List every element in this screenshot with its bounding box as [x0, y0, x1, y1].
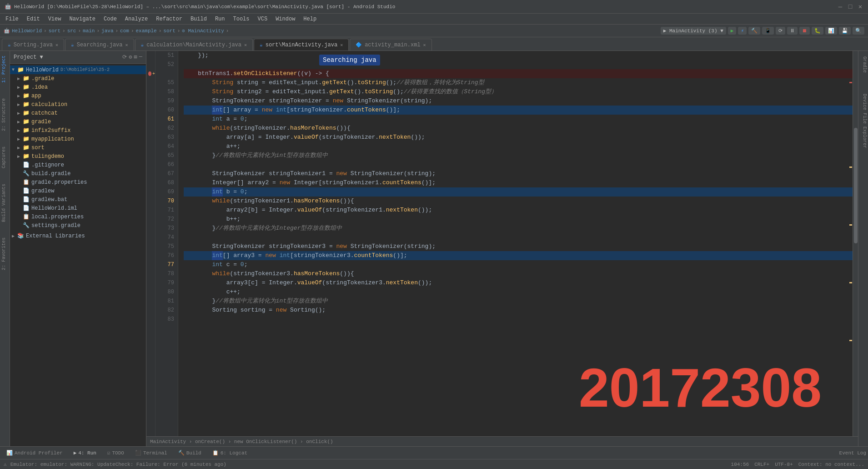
settings-icon[interactable]: ⚙	[129, 54, 132, 61]
breadcrumb-sort[interactable]: sort	[49, 28, 60, 34]
favorites-tab-btn[interactable]: 2: Favorites	[0, 235, 10, 273]
menu-view[interactable]: View	[45, 15, 65, 23]
tree-gradle2[interactable]: ▶ 📁 gradle	[10, 117, 146, 126]
tree-myapplication[interactable]: ▶ 📁 myapplication	[10, 135, 146, 143]
breadcrumb-mainactivity[interactable]: ⊙ MainActivity	[182, 28, 224, 34]
tree-calculation[interactable]: ▶ 📁 calculation	[10, 100, 146, 109]
menu-vcs[interactable]: VCS	[254, 15, 271, 23]
search-nav-button[interactable]: 🔍	[853, 27, 864, 35]
captures-tab-btn[interactable]: Captures	[0, 144, 10, 171]
close-sort-main-tab[interactable]: ✕	[340, 42, 343, 48]
tree-external-libraries[interactable]: ▶ 📚 External Libraries	[10, 232, 146, 240]
minimize-button[interactable]: —	[837, 4, 843, 10]
stop-button[interactable]: ⏹	[799, 27, 810, 35]
tab-calculation[interactable]: ☕ calculation\MainActivity.java ✕	[135, 39, 253, 50]
breadcrumb-sort2[interactable]: sort	[163, 28, 175, 34]
cursor-position[interactable]: 104:56	[731, 462, 749, 467]
debug2-button[interactable]: 🐛	[812, 27, 823, 35]
run-button[interactable]: ▶	[728, 27, 737, 35]
logcat-tab[interactable]: 📋 6: Logcat	[208, 449, 252, 457]
menu-build[interactable]: Build	[187, 15, 211, 23]
breadcrumb-example[interactable]: example	[136, 28, 157, 34]
structure-tab-btn[interactable]: 2: Structure	[0, 96, 10, 134]
tree-settings-gradle[interactable]: ▶ 🔧 settings.gradle	[10, 221, 146, 230]
tree-infix2suffix[interactable]: ▶ 📁 infix2suffix	[10, 126, 146, 135]
tree-app[interactable]: ▶ 📁 app	[10, 91, 146, 100]
build-variants-tab-btn[interactable]: Build Variants	[0, 181, 10, 225]
tab-sorting[interactable]: ☕ Sorting.java ✕	[2, 39, 64, 50]
expand-icon[interactable]: ⊞	[134, 54, 137, 61]
breadcrumb-main[interactable]: main	[83, 28, 95, 34]
tree-sort[interactable]: ▶ 📁 sort	[10, 143, 146, 152]
code-line-79: while(stringTokenizer3.hasMoreTokens()){	[184, 269, 853, 278]
build-button[interactable]: 🔨	[748, 27, 760, 35]
device-button[interactable]: 📱	[762, 27, 774, 35]
close-sorting-tab[interactable]: ✕	[55, 42, 58, 48]
tree-gradlew-bat[interactable]: ▶ 📄 gradlew.bat	[10, 195, 146, 204]
pause-button[interactable]: ⏸	[787, 27, 798, 35]
tree-gradle-properties[interactable]: ▶ 📋 gradle.properties	[10, 178, 146, 187]
tree-gitignore[interactable]: ▶ 📄 .gitignore	[10, 161, 146, 169]
tab-activity-xml[interactable]: 🔷 activity_main.xml ✕	[350, 39, 431, 50]
menu-refactor[interactable]: Refactor	[152, 15, 186, 23]
android-profiler-tab[interactable]: 📊 Android Profiler	[2, 449, 67, 457]
menu-navigate[interactable]: Navigate	[65, 15, 99, 23]
menu-code[interactable]: Code	[100, 15, 120, 23]
breadcrumb-helloworld[interactable]: HelloWorld	[12, 28, 42, 34]
charset[interactable]: UTF-8+	[775, 462, 793, 467]
maximize-button[interactable]: □	[847, 4, 853, 10]
code-line-74: }//将数组中元素转化为Integer型存放在数组中	[184, 224, 853, 233]
close-xml-tab[interactable]: ✕	[423, 42, 426, 48]
menu-help[interactable]: Help	[300, 15, 320, 23]
tree-gradlew[interactable]: ▶ 📄 gradlew	[10, 187, 146, 195]
device-file-explorer-tab-btn[interactable]: Device File Explorer	[859, 90, 868, 152]
code-lines[interactable]: }); btnTrans1.setOnClickListener((v) -> …	[178, 51, 853, 436]
profile-button[interactable]: 📊	[825, 27, 837, 35]
breadcrumb-src[interactable]: src	[67, 28, 76, 34]
tree-tulingdemo[interactable]: ▶ 📁 tulingdemo	[10, 152, 146, 161]
tab-searching[interactable]: ☕ Searching.java ✕	[65, 39, 134, 50]
tree-gradle[interactable]: ▶ 📁 .gradle	[10, 74, 146, 83]
build-tab[interactable]: 🔨 Build	[174, 449, 206, 457]
tab-sort-main[interactable]: ☕ sort\MainActivity.java ✕	[254, 39, 349, 50]
tree-catchcat[interactable]: ▶ 📁 catchcat	[10, 109, 146, 117]
todo-tab[interactable]: ☑ TODO	[103, 449, 129, 457]
menu-window[interactable]: Window	[272, 15, 299, 23]
menu-edit[interactable]: Edit	[23, 15, 44, 23]
event-log-btn[interactable]: Event Log	[839, 450, 866, 456]
menu-file[interactable]: File	[2, 15, 22, 23]
sync-button[interactable]: ⟳	[776, 27, 785, 35]
menu-analyze[interactable]: Analyze	[121, 15, 151, 23]
tree-root-helloworld[interactable]: ▼ 📁 HelloWorld D:\MobileFile\25-2	[10, 66, 146, 74]
tree-helloworld-iml[interactable]: ▶ 📄 HelloWorld.iml	[10, 204, 146, 212]
code-content[interactable]: + 51 52 55 58 59 60 61 62 63 64 65 66 67…	[146, 51, 858, 436]
breadcrumb-java[interactable]: java	[101, 28, 113, 34]
run-config-selector[interactable]: ▶ MainActivity (3) ▼	[661, 27, 726, 35]
menu-tools[interactable]: Tools	[230, 15, 253, 23]
project-panel-title: Project ▼	[14, 54, 43, 61]
close-searching-tab[interactable]: ✕	[125, 42, 128, 48]
collapse-icon[interactable]: —	[139, 54, 142, 61]
close-button[interactable]: ✕	[857, 4, 863, 10]
code-line-77: int[] array3 = new int[stringTokenizer3.…	[184, 251, 853, 260]
tree-build-gradle[interactable]: ▶ 🔧 build.gradle	[10, 169, 146, 178]
code-line-67	[184, 160, 853, 169]
close-calculation-tab[interactable]: ✕	[244, 42, 247, 48]
terminal-tab[interactable]: ⬛ Terminal	[130, 449, 172, 457]
code-line-72: array2[b] = Integer.valueOf(stringTokeni…	[184, 206, 853, 215]
run-tab[interactable]: ▶ 4: Run	[69, 449, 101, 457]
code-line-60: StringTokenizer stringTokenizer = new St…	[184, 96, 853, 106]
code-line-73: b++;	[184, 215, 853, 224]
project-tab-btn[interactable]: 1: Project	[0, 53, 10, 86]
gradle-tab-btn[interactable]: Gradle	[859, 53, 868, 76]
tree-local-properties[interactable]: ▶ 📋 local.properties	[10, 212, 146, 221]
menu-run[interactable]: Run	[211, 15, 229, 23]
tree-idea[interactable]: ▶ 📁 .idea	[10, 83, 146, 91]
line-ending[interactable]: CRLF+	[754, 462, 769, 467]
code-line-58: String string = editText_input.getText()…	[184, 78, 853, 87]
editor-scrollbar[interactable]	[853, 51, 858, 436]
debug-button[interactable]: ⚡	[738, 27, 747, 35]
breadcrumb-com[interactable]: com	[120, 28, 129, 34]
sync-project-icon[interactable]: ⟳	[122, 54, 127, 61]
save-button[interactable]: 💾	[839, 27, 851, 35]
